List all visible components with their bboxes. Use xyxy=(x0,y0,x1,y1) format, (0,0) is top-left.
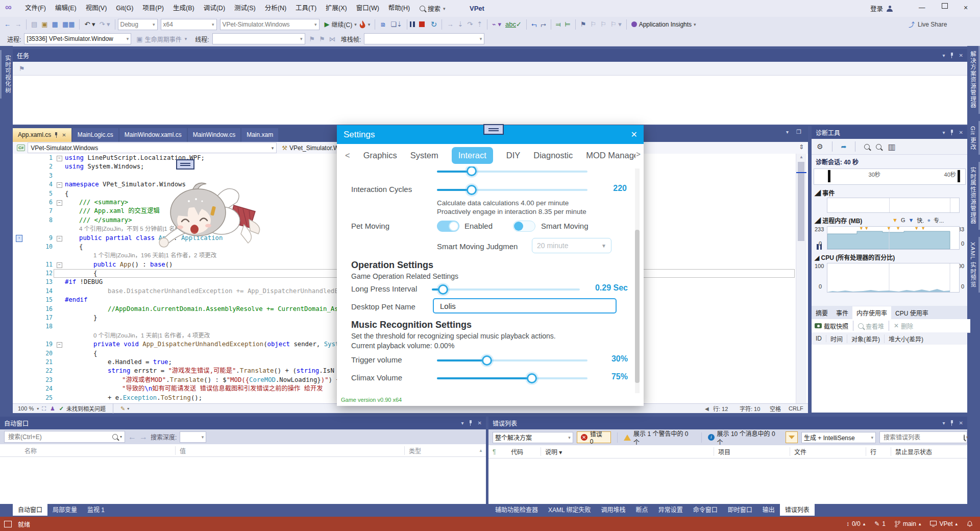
intellisense-icon[interactable]: ⌁ ▾ xyxy=(492,20,501,28)
bottom-tab-7[interactable]: 输出 xyxy=(757,503,780,516)
memory-section-header[interactable]: ◢ 进程内存 (MB) xyxy=(815,216,862,225)
diag-tab-3[interactable]: CPU 使用率 xyxy=(891,306,933,319)
hscroll-left-icon[interactable]: ◀ xyxy=(705,406,709,412)
chevron-down-icon[interactable]: ▾ xyxy=(943,420,945,426)
step-over-icon[interactable]: ↷ xyxy=(467,20,473,28)
close-icon[interactable]: ✕ xyxy=(959,130,963,135)
view-heap-button[interactable]: 查看堆 xyxy=(866,322,884,330)
pet-name-input[interactable] xyxy=(433,298,617,313)
chevron-down-icon[interactable]: ▾ xyxy=(966,435,968,440)
menubar-item-2[interactable]: 视图(V) xyxy=(81,0,112,17)
col-type[interactable]: 类型 xyxy=(405,446,421,455)
scroll-up-icon[interactable]: ▲ xyxy=(799,155,803,159)
menubar-item-12[interactable]: 帮助(H) xyxy=(384,0,414,17)
climax-volume-slider[interactable] xyxy=(437,377,587,379)
chevron-down-icon[interactable]: ▾ xyxy=(943,130,945,135)
chevron-down-icon[interactable]: ▾ xyxy=(943,53,945,58)
navigate-forward-code-icon[interactable]: ⮣ xyxy=(541,20,546,29)
document-tab-2[interactable]: MainWindow.xaml.cs xyxy=(119,128,187,142)
pin-icon[interactable] xyxy=(950,130,954,135)
autos-search-input[interactable] xyxy=(7,433,112,441)
decrease-indent-icon[interactable]: ⫤ xyxy=(556,20,561,29)
pin-tab-icon[interactable] xyxy=(54,132,59,138)
project-nav-dropdown[interactable]: VPet-Simulator.Windows▾ xyxy=(28,142,277,153)
undo-icon[interactable]: ↶ ▾ xyxy=(84,20,95,28)
take-snapshot-button[interactable]: 截取快照 xyxy=(824,322,848,330)
long-press-slider[interactable] xyxy=(432,288,580,291)
menubar-item-5[interactable]: 生成(B) xyxy=(168,0,199,17)
col-line[interactable]: 行 xyxy=(866,447,891,456)
col-project[interactable]: 项目 xyxy=(714,447,790,456)
navigate-forward-icon[interactable]: → xyxy=(15,20,21,28)
pin-icon[interactable] xyxy=(950,420,954,426)
settings-tab-system[interactable]: System xyxy=(410,151,438,160)
branch-button[interactable]: main▴ xyxy=(895,520,921,527)
solution-config-dropdown[interactable]: Debug▾ xyxy=(118,19,158,30)
menubar-item-9[interactable]: 工具(T) xyxy=(291,0,321,17)
menubar-item-11[interactable]: 窗口(W) xyxy=(352,0,384,17)
close-window-button[interactable]: × xyxy=(964,4,968,12)
close-tab-icon[interactable]: ✕ xyxy=(62,128,66,142)
export-icon[interactable]: ➦ xyxy=(841,143,847,151)
right-strip-tab-0[interactable]: 解决方案资源管理器 xyxy=(967,46,980,114)
document-tab-1[interactable]: MainLogic.cs xyxy=(72,128,118,142)
type-nav-dropdown[interactable]: VPet_Simulator.W xyxy=(289,144,339,152)
accessibility-checker-icon[interactable]: ♟ xyxy=(50,405,55,412)
new-file-icon[interactable]: ▤ xyxy=(31,20,37,28)
smart-moving-toggle[interactable] xyxy=(513,221,535,232)
window-layout-icon[interactable]: ❏⇣ xyxy=(390,20,402,28)
repo-button[interactable]: VPet▴ xyxy=(930,520,958,527)
bottom-tab-5[interactable]: 命令窗口 xyxy=(688,503,723,516)
pet-moving-toggle[interactable] xyxy=(437,221,459,232)
increase-indent-icon[interactable]: ⊨ xyxy=(565,20,571,28)
scope-dropdown[interactable]: 整个解决方案 xyxy=(495,433,532,442)
right-strip-tab-2[interactable]: 实时属性资源管理器 xyxy=(967,162,980,230)
save-all-icon[interactable]: ▦▦ xyxy=(62,20,75,28)
chart-options-icon[interactable]: ▥ xyxy=(888,142,895,152)
diag-tab-2[interactable]: 内存使用率 xyxy=(852,306,891,319)
menubar-item-6[interactable]: 调试(D) xyxy=(199,0,230,17)
errors-filter-button[interactable]: ✕ 错误 0 xyxy=(577,431,611,443)
bottom-tab-3[interactable]: 断点 xyxy=(631,503,653,516)
bottom-tab-2[interactable]: 调用堆栈 xyxy=(596,503,631,516)
open-file-icon[interactable]: ▣ xyxy=(41,20,47,28)
search-depth-dropdown[interactable]: ▾ xyxy=(180,431,206,443)
close-icon[interactable]: ✕ xyxy=(959,420,963,426)
menubar-item-7[interactable]: 测试(S) xyxy=(230,0,260,17)
clear-bookmarks-icon[interactable]: ⚐ ▾ xyxy=(610,20,622,28)
float-window-icon[interactable]: ❐ xyxy=(796,129,801,135)
scroll-up-icon[interactable]: ▲ xyxy=(479,448,486,453)
close-icon[interactable]: ✕ xyxy=(631,130,638,139)
col-name[interactable]: 名称 xyxy=(0,446,176,455)
diag-tab-1[interactable]: 事件 xyxy=(832,306,852,319)
chevron-down-icon[interactable]: ▾ xyxy=(120,435,122,439)
judgment-interval-dropdown[interactable]: 20 minute ▼ xyxy=(532,238,611,253)
messages-filter-button[interactable]: i 展示 10 个消息中的 0 个 xyxy=(708,429,782,446)
layout-icon[interactable] xyxy=(4,521,12,527)
save-icon[interactable]: ▦ xyxy=(52,20,58,28)
tabs-scroll-right-icon[interactable]: > xyxy=(636,150,641,158)
prev-bookmark-icon[interactable]: ⚐ xyxy=(591,20,597,28)
sign-in-button[interactable]: 登录 xyxy=(870,0,893,17)
spell-check-icon[interactable]: abc✓ xyxy=(505,20,522,28)
thread-dropdown[interactable]: ▾ xyxy=(212,33,305,44)
find-in-files-icon[interactable]: 🗈 xyxy=(380,20,386,28)
prev-result-icon[interactable]: ← xyxy=(128,432,136,442)
hot-reload-icon[interactable] xyxy=(359,20,366,29)
bookmark-icon[interactable]: ⚑ xyxy=(580,20,586,28)
autos-tab-2[interactable]: 监视 1 xyxy=(82,503,110,516)
drag-handle-box[interactable] xyxy=(176,159,194,170)
search-box[interactable]: 搜索 ▾ xyxy=(420,0,446,17)
flag-filter-icon[interactable]: ⚑ xyxy=(19,65,25,73)
settings-tab-interact[interactable]: Interact xyxy=(452,147,493,164)
flag-icon[interactable]: ⚑ xyxy=(319,35,325,43)
fold-toggle-icon[interactable]: − xyxy=(57,262,62,268)
zoom-out-icon[interactable] xyxy=(876,144,881,150)
settings-tab-diy[interactable]: DIY xyxy=(506,151,521,160)
pin-icon[interactable] xyxy=(950,53,954,58)
close-icon[interactable]: ✕ xyxy=(478,420,482,426)
continue-label[interactable]: 继续(C) xyxy=(332,20,353,29)
search-icon[interactable] xyxy=(112,434,118,440)
source-dropdown[interactable]: 生成 + IntelliSense xyxy=(804,433,855,442)
trigger-volume-slider[interactable] xyxy=(437,359,587,361)
